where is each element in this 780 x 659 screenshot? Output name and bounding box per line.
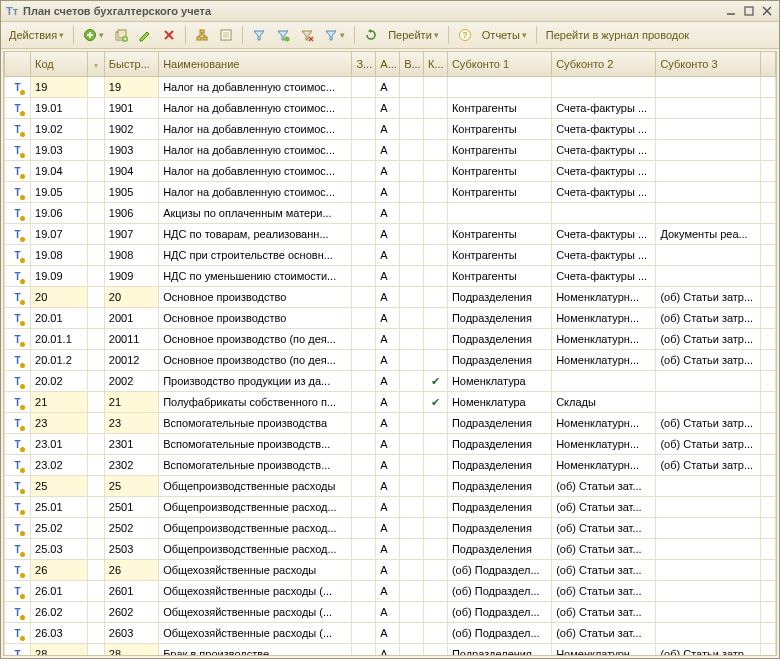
row-icon-cell: T xyxy=(5,434,31,455)
filter1-button[interactable] xyxy=(248,25,270,45)
actions-menu[interactable]: Действия▾ xyxy=(5,25,68,45)
account-icon: T xyxy=(14,292,20,303)
filter4-button[interactable]: ▾ xyxy=(320,25,349,45)
table-row[interactable]: T20.01.220012Основное производство (по д… xyxy=(5,350,776,371)
table-row[interactable]: T19.021902Налог на добавленную стоимос..… xyxy=(5,119,776,140)
pad-cell xyxy=(760,77,775,98)
fast-cell: 20011 xyxy=(104,329,158,350)
table-row[interactable]: T19.011901Налог на добавленную стоимос..… xyxy=(5,98,776,119)
a-cell: А xyxy=(376,350,400,371)
table-row[interactable]: T19.081908НДС при строительстве основн..… xyxy=(5,245,776,266)
k-cell xyxy=(424,329,448,350)
table-row[interactable]: T19.071907НДС по товарам, реализованн...… xyxy=(5,224,776,245)
account-icon: T xyxy=(14,313,20,324)
v-cell xyxy=(400,119,424,140)
table-row[interactable]: T19.061906Акцизы по оплаченным матери...… xyxy=(5,203,776,224)
table-row[interactable]: T23.022302Вспомогательные производств...… xyxy=(5,455,776,476)
minimize-button[interactable] xyxy=(723,4,739,18)
edit-button[interactable] xyxy=(134,25,156,45)
titlebar: Tт План счетов бухгалтерского учета xyxy=(1,1,779,22)
v-cell xyxy=(400,434,424,455)
table-row[interactable]: T20.022002Производство продукции из да..… xyxy=(5,371,776,392)
close-button[interactable] xyxy=(759,4,775,18)
table-row[interactable]: T19.051905Налог на добавленную стоимос..… xyxy=(5,182,776,203)
row-icon-cell: T xyxy=(5,497,31,518)
z-cell xyxy=(352,287,376,308)
goto-menu[interactable]: Перейти▾ xyxy=(384,25,443,45)
table-row[interactable]: T19.031903Налог на добавленную стоимос..… xyxy=(5,140,776,161)
find-button[interactable] xyxy=(215,25,237,45)
sort-cell xyxy=(87,539,104,560)
help-button[interactable]: ? xyxy=(454,25,476,45)
col-code[interactable]: Код xyxy=(31,52,87,77)
col-v[interactable]: В... xyxy=(400,52,424,77)
pad-cell xyxy=(760,476,775,497)
sub3-cell xyxy=(656,476,760,497)
col-sub1[interactable]: Субконто 1 xyxy=(447,52,551,77)
add-button[interactable]: ▾ xyxy=(79,25,108,45)
fast-cell: 1905 xyxy=(104,182,158,203)
col-z[interactable]: З... xyxy=(352,52,376,77)
table-row[interactable]: T25.032503Общепроизводственные расход...… xyxy=(5,539,776,560)
sub1-cell: Контрагенты xyxy=(447,119,551,140)
col-name[interactable]: Наименование xyxy=(159,52,352,77)
row-icon-cell: T xyxy=(5,224,31,245)
table-row[interactable]: T2323Вспомогательные производстваАПодраз… xyxy=(5,413,776,434)
table-row[interactable]: T26.012601Общехозяйственные расходы (...… xyxy=(5,581,776,602)
col-a[interactable]: А... xyxy=(376,52,400,77)
table-row[interactable]: T2020Основное производствоАПодразделения… xyxy=(5,287,776,308)
sort-cell xyxy=(87,182,104,203)
filter2-button[interactable] xyxy=(272,25,294,45)
account-icon: T xyxy=(14,649,20,656)
table-row[interactable]: T2828Брак в производствеАПодразделенияНо… xyxy=(5,644,776,657)
fast-cell: 1906 xyxy=(104,203,158,224)
journal-button[interactable]: Перейти в журнал проводок xyxy=(542,25,693,45)
table-row[interactable]: T19.041904Налог на добавленную стоимос..… xyxy=(5,161,776,182)
col-k[interactable]: К... xyxy=(424,52,448,77)
maximize-button[interactable] xyxy=(741,4,757,18)
z-cell xyxy=(352,266,376,287)
col-icon[interactable] xyxy=(5,52,31,77)
table-row[interactable]: T23.012301Вспомогательные производств...… xyxy=(5,434,776,455)
hierarchy-button[interactable] xyxy=(191,25,213,45)
table-row[interactable]: T2525Общепроизводственные расходыАПодраз… xyxy=(5,476,776,497)
k-cell xyxy=(424,623,448,644)
a-cell: А xyxy=(376,266,400,287)
table-row[interactable]: T19.091909НДС по уменьшению стоимости...… xyxy=(5,266,776,287)
pad-cell xyxy=(760,182,775,203)
filter3-button[interactable] xyxy=(296,25,318,45)
code-cell: 19.02 xyxy=(31,119,87,140)
pad-cell xyxy=(760,581,775,602)
table-row[interactable]: T20.012001Основное производствоАПодразде… xyxy=(5,308,776,329)
row-icon-cell: T xyxy=(5,266,31,287)
fast-cell: 1901 xyxy=(104,98,158,119)
code-cell: 19.08 xyxy=(31,245,87,266)
a-cell: А xyxy=(376,497,400,518)
pad-cell xyxy=(760,98,775,119)
table-row[interactable]: T2121Полуфабрикаты собственного п...А✔Но… xyxy=(5,392,776,413)
refresh-button[interactable] xyxy=(360,25,382,45)
table-row[interactable]: T1919Налог на добавленную стоимос...А xyxy=(5,77,776,98)
sub3-cell: (об) Статьи затр... xyxy=(656,308,760,329)
col-fast[interactable]: Быстр... xyxy=(104,52,158,77)
copy-button[interactable] xyxy=(110,25,132,45)
table-row[interactable]: T2626Общехозяйственные расходыА(об) Подр… xyxy=(5,560,776,581)
reports-menu[interactable]: Отчеты▾ xyxy=(478,25,531,45)
delete-button[interactable] xyxy=(158,25,180,45)
table-row[interactable]: T26.022602Общехозяйственные расходы (...… xyxy=(5,602,776,623)
row-icon-cell: T xyxy=(5,350,31,371)
table-row[interactable]: T25.022502Общепроизводственные расход...… xyxy=(5,518,776,539)
col-sub3[interactable]: Субконто 3 xyxy=(656,52,760,77)
account-icon: T xyxy=(14,502,20,513)
table-row[interactable]: T26.032603Общехозяйственные расходы (...… xyxy=(5,623,776,644)
col-sub2[interactable]: Субконто 2 xyxy=(552,52,656,77)
col-sort[interactable]: ▾ xyxy=(87,52,104,77)
table-row[interactable]: T20.01.120011Основное производство (по д… xyxy=(5,329,776,350)
z-cell xyxy=(352,182,376,203)
sort-cell xyxy=(87,497,104,518)
fast-cell: 20012 xyxy=(104,350,158,371)
a-cell: А xyxy=(376,560,400,581)
table-row[interactable]: T25.012501Общепроизводственные расход...… xyxy=(5,497,776,518)
grid[interactable]: Код ▾ Быстр... Наименование З... А... В.… xyxy=(3,51,777,656)
v-cell xyxy=(400,623,424,644)
